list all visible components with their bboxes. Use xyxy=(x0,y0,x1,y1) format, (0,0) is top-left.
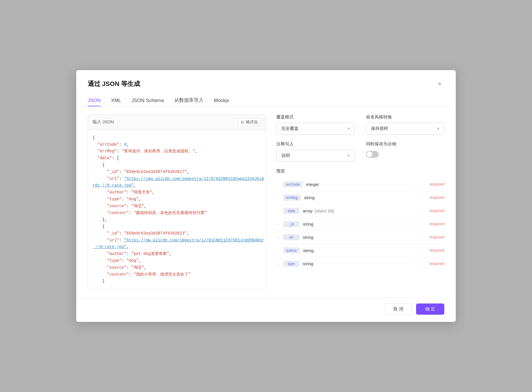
format-icon: ⊙ xyxy=(241,120,244,124)
close-button[interactable]: × xyxy=(435,79,444,89)
preview-label: 预览 xyxy=(276,168,444,174)
save-example-toggle[interactable] xyxy=(366,151,379,158)
cover-mode-label: 覆盖模式 xyxy=(276,114,355,120)
tab-json[interactable]: JSON xyxy=(88,95,101,106)
dialog-body: 输入 JSON ⊙ 格式化 { "errCode": 0, "errMsg": … xyxy=(76,106,456,298)
tab-xml[interactable]: XML xyxy=(111,95,121,106)
preview-indent-4: — xyxy=(276,235,283,239)
preview-badge-data: data xyxy=(283,208,299,214)
cover-mode-group: 覆盖模式 完全覆盖 ▾ xyxy=(276,114,355,134)
tab-db-import[interactable]: 从数据库导入 xyxy=(174,95,204,106)
dialog-title: 通过 JSON 等生成 xyxy=(88,80,140,88)
preview-type-errCode: integer xyxy=(306,182,424,187)
preview-badge-type: type xyxy=(283,261,299,267)
preview-badge-errMsg: errMsg xyxy=(283,195,301,201)
preview-indent-6: — xyxy=(276,262,283,266)
preview-required-url: required xyxy=(424,235,444,239)
preview-row-author: — author string required xyxy=(276,244,444,257)
tabs-bar: JSON XML JSON Schema 从数据库导入 Mockjs xyxy=(76,94,456,106)
options-grid: 覆盖模式 完全覆盖 ▾ 命名风格转换 保持原样 ▾ 注释写入 xyxy=(276,114,444,162)
preview-row-_id: — _id string required xyxy=(276,218,444,231)
json-input-panel: 输入 JSON ⊙ 格式化 { "errCode": 0, "errMsg": … xyxy=(88,114,266,290)
cover-mode-select[interactable]: 完全覆盖 ▾ xyxy=(276,123,355,134)
preview-badge-url: url xyxy=(283,234,299,240)
preview-badge-errCode: errCode xyxy=(283,181,303,187)
dialog-footer: 取 消 确 定 xyxy=(76,298,456,322)
preview-list: errCode integer required errMsg string r… xyxy=(276,178,444,290)
dialog-header: 通过 JSON 等生成 × xyxy=(76,70,456,94)
preview-row-errMsg: errMsg string required xyxy=(276,191,444,204)
comment-write-group: 注释写入 说明 ▾ xyxy=(276,141,355,162)
preview-section: 预览 errCode integer required errMsg strin… xyxy=(276,168,444,290)
tab-json-schema[interactable]: JSON Schema xyxy=(131,95,164,106)
tab-mockjs[interactable]: Mockjs xyxy=(214,95,229,106)
preview-row-url: — url string required xyxy=(276,231,444,244)
comment-write-chevron: ▾ xyxy=(348,153,350,158)
preview-row-data: data array [object {6}] required xyxy=(276,204,444,218)
save-example-label: 同时保存为示例 xyxy=(366,141,444,147)
preview-required-author: required xyxy=(424,248,444,253)
naming-style-group: 命名风格转换 保持原样 ▾ xyxy=(366,114,444,134)
preview-indent-3: — xyxy=(276,222,283,226)
save-example-toggle-row xyxy=(366,151,444,158)
preview-required-_id: required xyxy=(424,222,444,226)
preview-type-type: string xyxy=(303,261,424,266)
json-input-header: 输入 JSON ⊙ 格式化 xyxy=(88,115,266,130)
preview-required-errMsg: required xyxy=(424,195,444,200)
right-panel: 覆盖模式 完全覆盖 ▾ 命名风格转换 保持原样 ▾ 注释写入 xyxy=(276,114,444,290)
save-example-group: 同时保存为示例 xyxy=(366,141,444,162)
comment-write-select[interactable]: 说明 ▾ xyxy=(276,150,355,162)
json-input-label: 输入 JSON xyxy=(93,119,114,125)
preview-badge-_id: _id xyxy=(283,221,299,227)
format-btn-label: 格式化 xyxy=(246,120,258,125)
confirm-button[interactable]: 确 定 xyxy=(416,303,444,315)
comment-write-label: 注释写入 xyxy=(276,141,355,147)
cover-mode-value: 完全覆盖 xyxy=(281,126,298,131)
naming-style-chevron: ▾ xyxy=(437,126,439,131)
preview-indent-5: — xyxy=(276,248,283,253)
format-button[interactable]: ⊙ 格式化 xyxy=(238,118,261,126)
preview-required-type: required xyxy=(424,261,444,266)
comment-write-value: 说明 xyxy=(281,153,290,158)
preview-required-errCode: required xyxy=(424,182,444,187)
preview-type-_id: string xyxy=(303,222,424,226)
preview-type-data: array [object {6}] xyxy=(303,208,424,213)
naming-style-select[interactable]: 保持原样 ▾ xyxy=(366,123,444,134)
naming-style-value: 保持原样 xyxy=(371,126,388,131)
naming-style-label: 命名风格转换 xyxy=(366,114,444,120)
preview-row-type: — type string required xyxy=(276,257,444,270)
preview-badge-author: author xyxy=(283,247,300,253)
preview-type-author: string xyxy=(303,248,424,253)
cancel-button[interactable]: 取 消 xyxy=(385,303,412,315)
dialog: 通过 JSON 等生成 × JSON XML JSON Schema 从数据库导… xyxy=(76,70,456,322)
preview-type-errMsg: string xyxy=(304,195,424,200)
preview-row-errCode: errCode integer required xyxy=(276,178,444,191)
preview-required-data: required xyxy=(424,208,444,213)
cover-mode-chevron: ▾ xyxy=(348,126,350,131)
preview-type-url: string xyxy=(303,235,424,240)
json-code-area[interactable]: { "errCode": 0, "errMsg": "查询成功，请勿商用，以免造… xyxy=(88,130,266,290)
